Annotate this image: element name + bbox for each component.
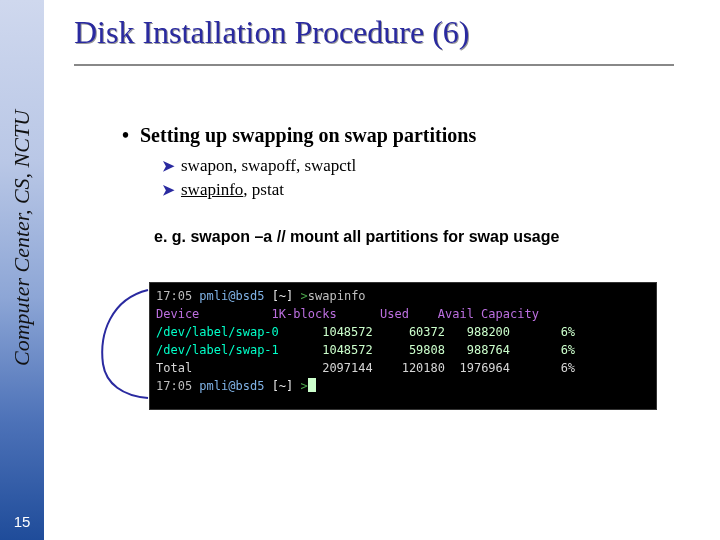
bullet-main-text: Setting up swapping on swap partitions — [140, 124, 476, 146]
term-row-cap: 6% — [561, 343, 575, 357]
term-path: [~] — [272, 379, 294, 393]
term-total-used: 120180 — [402, 361, 445, 375]
term-time: 17:05 — [156, 379, 192, 393]
rail-text: Computer Center, CS, NCTU — [9, 6, 35, 366]
term-row-used: 59808 — [409, 343, 445, 357]
bullet-sub-1: ➤swapon, swapoff, swapctl — [162, 156, 356, 176]
term-prompt-char: > — [301, 289, 308, 303]
term-row-used: 60372 — [409, 325, 445, 339]
bullet-dot-icon: • — [122, 124, 140, 147]
term-row-avail: 988764 — [467, 343, 510, 357]
term-row-dev: /dev/label/swap-1 — [156, 343, 279, 357]
term-header: Device 1K-blocks Used Avail Capacity — [156, 307, 539, 321]
term-row-dev: /dev/label/swap-0 — [156, 325, 279, 339]
term-total-label: Total — [156, 361, 192, 375]
content-area: Disk Installation Procedure (6) •Setting… — [44, 0, 720, 540]
term-row: /dev/label/swap-0 1048572 60372 988200 6… — [156, 325, 575, 339]
example-text: e. g. swapon –a // mount all partitions … — [154, 228, 559, 246]
term-total-avail: 1976964 — [459, 361, 510, 375]
terminal: 17:05 pmli@bsd5 [~] >swapinfo Device 1K-… — [149, 282, 657, 410]
term-total-cap: 6% — [561, 361, 575, 375]
bullet-sub-2-rest: , pstat — [243, 180, 284, 199]
bullet-sub-1-text: swapon, swapoff, swapctl — [181, 156, 356, 175]
term-userhost: pmli@bsd5 — [199, 289, 264, 303]
term-cmd: swapinfo — [308, 289, 366, 303]
bullet-main: •Setting up swapping on swap partitions — [122, 124, 476, 147]
slide: Computer Center, CS, NCTU 15 Disk Instal… — [0, 0, 720, 540]
term-row-kb: 1048572 — [322, 325, 373, 339]
terminal-figure: 17:05 pmli@bsd5 [~] >swapinfo Device 1K-… — [99, 282, 657, 412]
term-row-cap: 6% — [561, 325, 575, 339]
term-prompt-char: > — [301, 379, 308, 393]
bullet-sub-2-underlined: swapinfo — [181, 180, 243, 199]
title-rule — [74, 64, 674, 66]
page-number: 15 — [0, 513, 44, 530]
term-row-avail: 988200 — [467, 325, 510, 339]
cursor-icon — [308, 378, 316, 392]
bullet-sub-2: ➤swapinfo, pstat — [162, 180, 284, 200]
term-time: 17:05 — [156, 289, 192, 303]
term-row: /dev/label/swap-1 1048572 59808 988764 6… — [156, 343, 575, 357]
term-total-kb: 2097144 — [322, 361, 373, 375]
term-path: [~] — [272, 289, 294, 303]
chevron-icon: ➤ — [162, 157, 175, 174]
slide-title: Disk Installation Procedure (6) — [74, 14, 469, 51]
term-userhost: pmli@bsd5 — [199, 379, 264, 393]
left-rail: Computer Center, CS, NCTU 15 — [0, 0, 44, 540]
term-total-row: Total 2097144 120180 1976964 6% — [156, 361, 575, 375]
chevron-icon: ➤ — [162, 181, 175, 198]
term-row-kb: 1048572 — [322, 343, 373, 357]
